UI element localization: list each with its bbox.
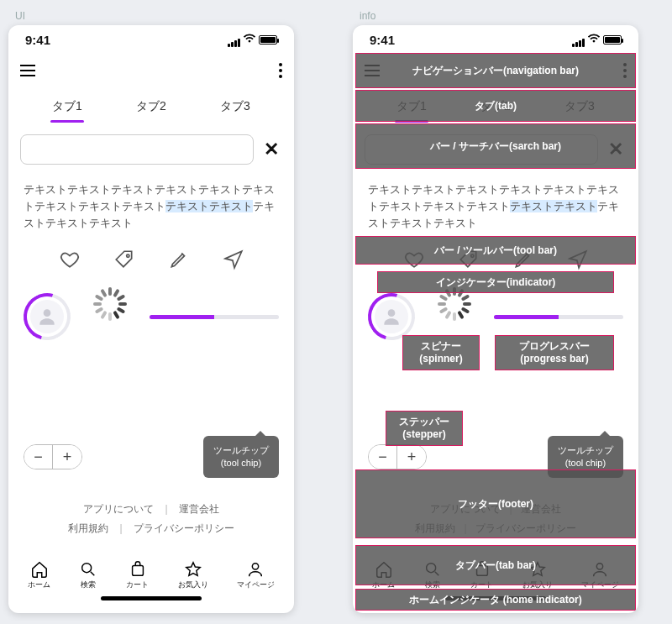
spinner bbox=[92, 299, 128, 334]
svg-point-7 bbox=[427, 563, 436, 572]
pencil-icon[interactable] bbox=[168, 249, 190, 273]
svg-point-9 bbox=[597, 563, 603, 569]
phone-ui: 9:41 タブ1 タブ2 タブ3 ✕ bbox=[8, 25, 294, 613]
indicator-row bbox=[8, 281, 294, 352]
svg-point-2 bbox=[82, 563, 92, 572]
search-bar: ✕ bbox=[8, 123, 294, 173]
footer-company[interactable]: 運営会社 bbox=[179, 503, 219, 515]
menu-icon[interactable] bbox=[20, 65, 35, 76]
body-text: テキストテキストテキストテキストテキストテキストテキストテキストテキストテキスト… bbox=[8, 173, 294, 240]
phone-info: 9:41 タブ1 タブ2 タブ3 ✕ テキストテキストテキストテキストテキストテ… bbox=[353, 25, 638, 613]
tooltip: ツールチップ(tool chip) bbox=[203, 436, 279, 478]
footer: アプリについて | 運営会社 利用規約 | プライバシーポリシー bbox=[8, 488, 294, 553]
send-icon[interactable] bbox=[223, 249, 244, 273]
svg-point-1 bbox=[44, 310, 51, 317]
tabbar-search[interactable]: 検索 bbox=[79, 560, 97, 590]
navigation-bar bbox=[8, 54, 294, 87]
heart-icon[interactable] bbox=[59, 249, 81, 273]
wifi-icon bbox=[243, 34, 256, 46]
svg-rect-3 bbox=[133, 565, 144, 575]
home-icon bbox=[30, 560, 49, 579]
home-indicator[interactable] bbox=[8, 594, 294, 606]
stepper-minus[interactable]: − bbox=[24, 445, 53, 469]
search-input[interactable] bbox=[20, 134, 254, 165]
stepper: − + bbox=[24, 444, 82, 469]
tab-1[interactable]: タブ1 bbox=[25, 92, 109, 123]
svg-point-4 bbox=[253, 563, 259, 569]
tab-2[interactable]: タブ2 bbox=[109, 92, 193, 123]
tabs: タブ1 タブ2 タブ3 bbox=[8, 87, 294, 123]
svg-rect-8 bbox=[477, 565, 488, 575]
battery-icon bbox=[259, 35, 277, 45]
column-label-ui: UI bbox=[15, 10, 294, 22]
tabbar-home[interactable]: ホーム bbox=[28, 560, 50, 590]
footer-terms[interactable]: 利用規約 bbox=[68, 522, 108, 534]
overflow-icon[interactable] bbox=[279, 63, 282, 78]
avatar-progress bbox=[24, 293, 71, 340]
svg-point-6 bbox=[388, 310, 396, 317]
stepper-plus[interactable]: + bbox=[53, 445, 81, 469]
status-bar: 9:41 bbox=[8, 25, 294, 54]
search-icon bbox=[79, 560, 97, 579]
tabbar-cart[interactable]: カート bbox=[126, 560, 149, 590]
status-time: 9:41 bbox=[25, 33, 50, 47]
tabbar-mypage[interactable]: マイページ bbox=[237, 560, 275, 590]
progress-bar bbox=[150, 315, 279, 319]
svg-point-0 bbox=[126, 254, 129, 257]
clear-icon[interactable]: ✕ bbox=[260, 139, 282, 160]
signal-icon bbox=[227, 33, 240, 47]
user-icon bbox=[246, 560, 265, 579]
footer-privacy[interactable]: プライバシーポリシー bbox=[134, 522, 234, 534]
column-label-info: info bbox=[360, 10, 638, 22]
footer-about[interactable]: アプリについて bbox=[83, 503, 154, 515]
tabbar-fav[interactable]: お気入り bbox=[178, 560, 208, 590]
tag-icon[interactable] bbox=[113, 249, 135, 273]
tab-3[interactable]: タブ3 bbox=[193, 92, 277, 123]
tab-bar: ホーム 検索 カート お気入り マイページ bbox=[8, 553, 294, 594]
svg-point-5 bbox=[470, 254, 473, 257]
cart-icon bbox=[129, 560, 147, 579]
tool-bar bbox=[8, 240, 294, 281]
star-icon bbox=[184, 560, 202, 579]
